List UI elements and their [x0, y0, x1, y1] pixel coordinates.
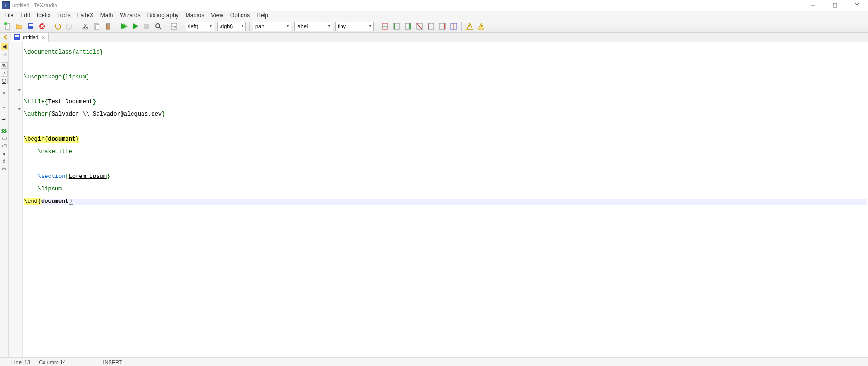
menu-macros[interactable]: Macros — [182, 11, 208, 20]
superscript-button[interactable]: x□ — [1, 143, 8, 149]
cmd: \usepackage — [24, 74, 62, 80]
brace: { — [48, 111, 51, 118]
fold-marker-icon[interactable] — [17, 108, 21, 110]
toolbar-separator — [116, 22, 116, 31]
close-file-button[interactable] — [37, 21, 47, 32]
underline-button[interactable]: U — [1, 78, 8, 84]
cmd-end: \end — [24, 198, 38, 205]
bookmark-icon[interactable]: ◀ — [1, 43, 8, 50]
window-controls — [802, 0, 868, 11]
menu-math[interactable]: Math — [97, 11, 117, 20]
matrix-icon-4[interactable] — [414, 21, 425, 32]
app-icon: T — [2, 1, 10, 9]
matching-bracket: } — [69, 199, 73, 205]
status-line: Line: 13 — [11, 359, 30, 365]
matrix-icon-2[interactable] — [391, 21, 402, 32]
stop-build-button[interactable] — [142, 21, 152, 32]
matrix-icon-1[interactable] — [380, 21, 390, 32]
left-format-toolbar: ◀ ◀ B I U ≡ ≡ ≡ ↵ $$ x□ x□ ẋ x̂ √x — [0, 42, 9, 357]
svg-line-21 — [159, 27, 161, 29]
brace: } — [162, 111, 165, 118]
undo-button[interactable] — [53, 21, 63, 32]
align-center-button[interactable]: ≡ — [1, 97, 8, 103]
italic-button[interactable]: I — [1, 70, 8, 77]
brace: { — [65, 173, 68, 180]
left-delimiter-combo[interactable]: \left(▼ — [186, 22, 214, 31]
menu-options[interactable]: Options — [227, 11, 253, 20]
menu-latex[interactable]: LaTeX — [74, 11, 97, 20]
matrix-icon-3[interactable] — [403, 21, 413, 32]
arg: article — [76, 49, 99, 55]
cmd: \documentclass — [24, 49, 72, 55]
sectioning-combo[interactable]: part▼ — [253, 22, 291, 31]
close-button[interactable] — [846, 0, 868, 11]
newline-button[interactable]: ↵ — [1, 116, 8, 122]
matrix-icon-7[interactable] — [449, 21, 459, 32]
compile-button[interactable] — [130, 21, 141, 32]
warning-icon-1[interactable] — [464, 21, 475, 32]
svg-rect-18 — [107, 23, 109, 25]
bookmark-slot[interactable]: ◀ — [1, 51, 8, 57]
save-file-button[interactable] — [25, 21, 36, 32]
dropdown-arrow-icon: ▼ — [368, 24, 372, 28]
arg: Test Document — [48, 99, 93, 105]
back-tab-icon[interactable] — [2, 34, 9, 41]
matrix-icon-6[interactable] — [437, 21, 448, 32]
indent — [24, 148, 38, 155]
section-title: Lorem Ipsum — [69, 173, 107, 180]
toolbar-separator — [77, 22, 77, 31]
menu-help[interactable]: Help — [253, 11, 272, 20]
svg-rect-7 — [29, 24, 33, 26]
code-editor[interactable]: \documentclass{article} \usepackage{lips… — [23, 42, 868, 357]
new-file-button[interactable] — [2, 21, 13, 32]
menu-tools[interactable]: Tools — [54, 11, 74, 20]
close-tab-icon[interactable]: ✕ — [41, 34, 45, 41]
menu-bibliography[interactable]: Bibliography — [144, 11, 182, 20]
dot-accent-button[interactable]: ẋ — [1, 150, 8, 157]
toolbar-separator — [377, 22, 377, 31]
build-and-view-button[interactable] — [119, 21, 129, 32]
toolbar-separator — [182, 22, 182, 31]
align-left-button[interactable]: ≡ — [1, 89, 8, 96]
subscript-button[interactable]: x□ — [1, 135, 8, 142]
env-name: document — [48, 136, 76, 143]
menu-edit[interactable]: Edit — [17, 11, 33, 20]
save-icon — [14, 34, 20, 40]
document-tab[interactable]: untitled ✕ — [11, 33, 49, 42]
brace: { — [72, 49, 76, 55]
tab-label: untitled — [22, 34, 38, 40]
matrix-icon-5[interactable] — [426, 21, 436, 32]
reference-combo[interactable]: label▼ — [294, 22, 332, 31]
fold-marker-icon[interactable] — [17, 89, 21, 91]
main-toolbar: log \left(▼ \right)▼ part▼ label▼ tiny▼ — [0, 20, 868, 33]
dropdown-arrow-icon: ▼ — [209, 24, 213, 28]
menu-wizards[interactable]: Wizards — [116, 11, 143, 20]
view-log-button[interactable]: log — [169, 21, 179, 32]
brace: } — [93, 99, 96, 105]
redo-button[interactable] — [64, 21, 75, 32]
warning-icon-2[interactable] — [476, 21, 486, 32]
paste-button[interactable] — [103, 21, 113, 32]
maximize-button[interactable] — [824, 0, 846, 11]
minimize-button[interactable] — [802, 0, 824, 11]
menu-view[interactable]: View — [208, 11, 227, 20]
inline-math-button[interactable]: $$ — [1, 127, 8, 134]
indent — [24, 173, 38, 180]
toolbar-separator — [461, 22, 462, 31]
menu-file[interactable]: File — [1, 11, 17, 20]
bold-button[interactable]: B — [1, 62, 8, 69]
fontsize-combo[interactable]: tiny▼ — [335, 22, 374, 31]
right-delimiter-combo[interactable]: \right)▼ — [217, 22, 246, 31]
fontsize-value: tiny — [338, 23, 346, 29]
hat-accent-button[interactable]: x̂ — [1, 158, 8, 165]
window-title: untitled - TeXstudio — [12, 2, 802, 8]
menu-idefix[interactable]: Idefix — [33, 11, 54, 20]
view-pdf-button[interactable] — [153, 21, 164, 32]
copy-button[interactable] — [91, 21, 102, 32]
brace: { — [38, 198, 41, 205]
open-file-button[interactable] — [14, 21, 24, 32]
align-right-button[interactable]: ≡ — [1, 104, 8, 111]
sqrt-button[interactable]: √x — [1, 166, 8, 172]
right-delimiter-value: \right) — [220, 23, 233, 29]
cut-button[interactable] — [80, 21, 90, 32]
